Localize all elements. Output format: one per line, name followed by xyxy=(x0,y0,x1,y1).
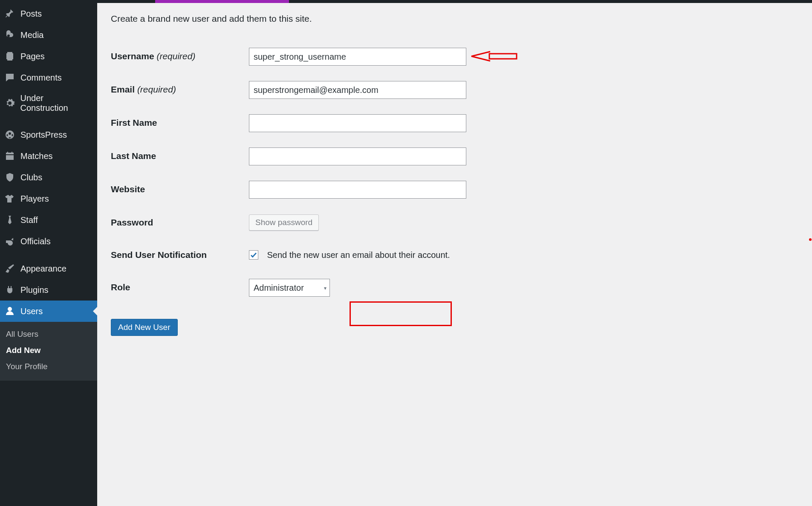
add-new-user-button[interactable]: Add New User xyxy=(111,319,178,336)
first-name-label: First Name xyxy=(111,107,249,140)
comment-icon xyxy=(4,72,15,83)
sidebar-item-players[interactable]: Players xyxy=(0,188,97,209)
last-name-input[interactable] xyxy=(249,147,466,165)
website-label: Website xyxy=(111,173,249,206)
pin-icon xyxy=(4,8,15,19)
sidebar-item-plugins[interactable]: Plugins xyxy=(0,279,97,301)
admin-bar xyxy=(0,0,812,3)
sidebar-item-label: Pages xyxy=(20,52,45,61)
main-content: Create a brand new user and add them to … xyxy=(97,0,812,506)
password-label: Password xyxy=(111,206,249,239)
page-intro: Create a brand new user and add them to … xyxy=(111,14,799,24)
sidebar-item-media[interactable]: Media xyxy=(0,24,97,46)
sidebar-item-label: Media xyxy=(20,30,43,40)
annotation-dot xyxy=(809,238,812,241)
sidebar-item-appearance[interactable]: Appearance xyxy=(0,258,97,279)
sidebar-item-label: Comments xyxy=(20,73,62,83)
submenu-item-all-users[interactable]: All Users xyxy=(0,326,97,342)
sidebar-item-label: Posts xyxy=(20,9,42,19)
sidebar-item-label: SportsPress xyxy=(20,130,67,140)
page-icon xyxy=(4,51,15,62)
shield-icon xyxy=(4,172,15,183)
whistle-icon xyxy=(4,236,15,247)
first-name-input[interactable] xyxy=(249,114,466,132)
tie-icon xyxy=(4,214,15,226)
menu-separator xyxy=(0,118,97,124)
sidebar-submenu-users: All Users Add New Your Profile xyxy=(0,322,97,381)
notification-label: Send User Notification xyxy=(111,239,249,271)
sidebar-item-label: Appearance xyxy=(20,264,66,274)
last-name-label: Last Name xyxy=(111,140,249,173)
media-icon xyxy=(4,29,15,40)
sidebar-item-label: Clubs xyxy=(20,173,42,182)
role-select[interactable] xyxy=(249,279,330,297)
sidebar-item-label: Matches xyxy=(20,151,53,161)
sidebar-item-officials[interactable]: Officials xyxy=(0,231,97,252)
soccer-icon xyxy=(4,129,15,140)
sidebar-item-sportspress[interactable]: SportsPress xyxy=(0,124,97,145)
menu-separator xyxy=(0,252,97,258)
calendar-icon xyxy=(4,150,15,162)
sidebar-item-under-construction[interactable]: Under Construction xyxy=(0,88,97,118)
sidebar-item-users[interactable]: Users xyxy=(0,301,97,322)
role-label: Role xyxy=(111,271,249,304)
email-label: Email (required) xyxy=(111,73,249,107)
username-label: Username (required) xyxy=(111,40,249,73)
sidebar-item-label: Plugins xyxy=(20,285,49,295)
sidebar-item-label: Officials xyxy=(20,237,51,246)
notification-checkbox[interactable] xyxy=(249,250,258,260)
submenu-item-your-profile[interactable]: Your Profile xyxy=(0,359,97,375)
sidebar-item-label: Users xyxy=(20,306,43,316)
sidebar-item-matches[interactable]: Matches xyxy=(0,145,97,167)
check-icon xyxy=(250,251,257,259)
plug-icon xyxy=(4,284,15,295)
notification-checkbox-label: Send the new user an email about their a… xyxy=(267,250,450,260)
sidebar-item-staff[interactable]: Staff xyxy=(0,209,97,231)
gear-icon xyxy=(4,98,15,109)
sidebar-item-label: Players xyxy=(20,194,49,204)
sidebar-item-posts[interactable]: Posts xyxy=(0,3,97,24)
sidebar-item-label: Staff xyxy=(20,215,38,225)
admin-sidebar: Posts Media Pages Comments Under Constru xyxy=(0,0,97,506)
user-icon xyxy=(4,306,15,317)
username-input[interactable] xyxy=(249,48,466,66)
show-password-button[interactable]: Show password xyxy=(249,214,319,231)
sidebar-item-clubs[interactable]: Clubs xyxy=(0,167,97,188)
sidebar-item-pages[interactable]: Pages xyxy=(0,46,97,67)
website-input[interactable] xyxy=(249,181,466,199)
add-user-form: Username (required) Email (required) xyxy=(111,40,466,304)
sidebar-item-label: Under Construction xyxy=(20,93,92,113)
sidebar-item-comments[interactable]: Comments xyxy=(0,67,97,88)
admin-bar-accent xyxy=(155,0,289,3)
brush-icon xyxy=(4,263,15,274)
submenu-item-add-new[interactable]: Add New xyxy=(0,342,97,359)
shirt-icon xyxy=(4,193,15,204)
email-input[interactable] xyxy=(249,81,466,99)
